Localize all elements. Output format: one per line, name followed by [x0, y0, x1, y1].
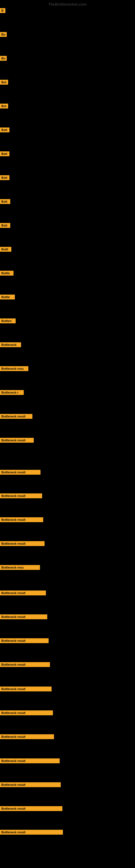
bottleneck-label-2: Bo [0, 32, 7, 37]
bottleneck-label-34: Bottleneck result [0, 806, 62, 811]
bottleneck-label-31: Bottleneck result [0, 734, 54, 739]
bottleneck-label-7: Bott [0, 151, 9, 156]
bottleneck-label-18: Bottleneck result [0, 414, 32, 419]
bottleneck-label-24: Bottleneck resu [0, 565, 40, 570]
bottleneck-label-29: Bottleneck result [0, 686, 52, 691]
bottleneck-label-16: Bottleneck resu [0, 366, 28, 371]
bottleneck-label-22: Bottleneck result [0, 517, 43, 522]
bottleneck-label-12: Bottle [0, 271, 13, 276]
bottleneck-label-20: Bottleneck result [0, 470, 41, 475]
bottleneck-label-14: Bottlen [0, 318, 16, 323]
bottleneck-label-30: Bottleneck result [0, 710, 53, 715]
bottleneck-label-25: Bottleneck result [0, 590, 46, 595]
bottleneck-label-21: Bottleneck result [0, 493, 42, 498]
bottleneck-label-17: Bottleneck r [0, 390, 24, 395]
bottleneck-label-6: Bott [0, 127, 9, 132]
bottleneck-label-10: Bott [0, 223, 10, 228]
bottleneck-label-1: B [0, 8, 5, 13]
site-title: TheBottlenecker.com [48, 2, 87, 6]
bottleneck-label-13: Bottle [0, 294, 15, 300]
bottleneck-label-35: Bottleneck result [0, 830, 63, 835]
bottleneck-label-19: Bottleneck result [0, 438, 34, 443]
bottleneck-label-32: Bottleneck result [0, 758, 60, 763]
bottleneck-label-4: Bot [0, 80, 8, 85]
bottleneck-label-3: Bo [0, 56, 7, 61]
bottleneck-label-8: Bott [0, 175, 9, 180]
bottleneck-label-28: Bottleneck result [0, 662, 50, 667]
bottleneck-label-5: Bot [0, 104, 8, 108]
bottleneck-label-33: Bottleneck result [0, 782, 61, 787]
bottleneck-label-9: Bott [0, 199, 10, 204]
bottleneck-label-23: Bottleneck result [0, 541, 45, 546]
bottleneck-label-11: Bottl [0, 247, 11, 252]
bottleneck-label-15: Bottleneck [0, 342, 21, 347]
bottleneck-label-26: Bottleneck result [0, 614, 47, 619]
bottleneck-label-27: Bottleneck result [0, 638, 49, 643]
